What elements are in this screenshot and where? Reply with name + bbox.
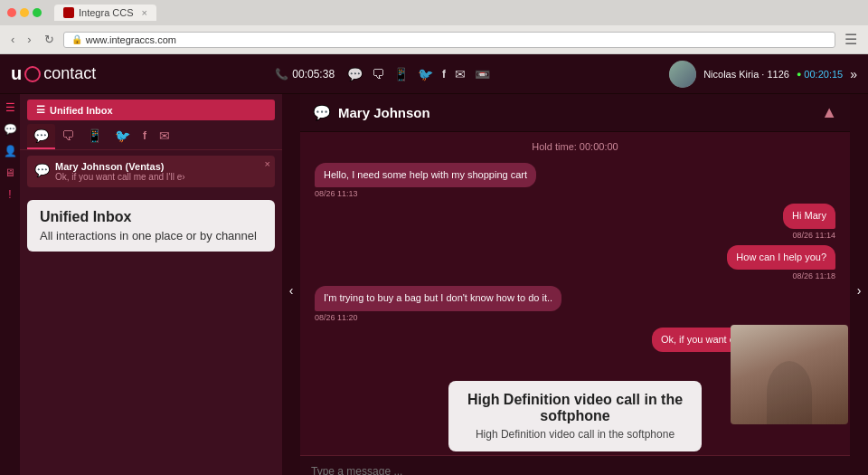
refresh-button[interactable]: ↻ [41,31,58,48]
topnav-channel-icons: 💬 🗨 📱 🐦 f ✉ 📼 [347,67,490,81]
voicemail-nav-icon[interactable]: 📼 [475,67,490,81]
alert-rail-icon[interactable]: ! [8,188,11,201]
message-row: Hello, I need some help with my shopping… [315,163,835,198]
nav-right-arrow[interactable]: › [850,94,868,475]
logo-contact: contact [43,64,96,83]
tooltip-subtitle: All interactions in one place or by chan… [40,229,262,242]
topnav-center: 📞 00:05:38 💬 🗨 📱 🐦 f ✉ 📼 [275,67,490,81]
chat-header-name: Mary Johnson [338,105,821,120]
email-nav-icon[interactable]: ✉ [455,67,466,81]
back-button[interactable]: ‹ [7,31,18,48]
unified-inbox-tab[interactable]: ☰ Unified Inbox [27,100,275,120]
tooltip-title: Unified Inbox [40,209,262,225]
inbox-tab-icon: ☰ [36,104,45,116]
message-input[interactable] [311,461,839,475]
sms-nav-icon[interactable]: 🗨 [372,67,384,81]
chat-nav-icon[interactable]: 💬 [347,67,363,81]
video-preview [731,325,848,424]
phone-time-value: 00:05:38 [292,68,335,81]
channel-tabs: 💬 🗨 📱 🐦 f ✉ [20,124,282,150]
chat-header-icon: 💬 [313,104,331,121]
clock-time-value: 00:20:15 [804,69,843,80]
facebook-nav-icon[interactable]: f [442,68,446,81]
tab-close-button[interactable]: × [142,7,147,18]
contact-preview: Ok, if you want call me and I'll e› [55,172,236,182]
logo-u: u [11,63,22,84]
message-row: Hi Mary 08/26 11:14 [315,204,835,239]
username-label: Nicolas Kiria · 1126 [703,69,789,80]
message-time: 08/26 11:13 [315,189,358,198]
tab-facebook[interactable]: f [137,125,153,148]
tab-email[interactable]: ✉ [153,124,176,149]
message-time: 08/26 11:20 [315,313,358,322]
logo-circle [24,66,41,82]
lock-icon: 🔒 [71,34,82,44]
close-window-button[interactable] [7,8,16,17]
maximize-window-button[interactable] [33,8,42,17]
message-bubble: How can I help you? [727,245,835,270]
left-icon-rail: ☰ 💬 👤 🖥 ! [0,94,20,475]
chat-rail-icon[interactable]: 💬 [4,123,17,136]
chat-collapse-button[interactable]: ▲ [821,103,837,122]
message-row: How can I help you? 08/26 11:18 [315,245,835,280]
app: u contact 📞 00:05:38 💬 🗨 📱 🐦 f ✉ 📼 [0,54,868,475]
avatar [669,61,696,88]
minimize-window-button[interactable] [20,8,29,17]
browser-chrome: Integra CCS × ‹ › ↻ 🔒 www.integraccs.com… [0,0,868,54]
top-navigation: u contact 📞 00:05:38 💬 🗨 📱 🐦 f ✉ 📼 [0,54,868,94]
session-time: ● 00:20:15 [797,69,843,80]
chat-header: 💬 Mary Johnson ▲ [300,94,850,132]
topnav-right: Nicolas Kiria · 1126 ● 00:20:15 » [669,61,857,88]
expand-button[interactable]: » [850,67,857,81]
twitter-nav-icon[interactable]: 🐦 [418,67,433,81]
tab-mobile[interactable]: 📱 [80,124,108,149]
browser-tab[interactable]: Integra CCS × [54,5,156,21]
monitor-rail-icon[interactable]: 🖥 [5,166,15,179]
tab-favicon [63,7,74,18]
message-bubble: Hi Mary [783,204,835,228]
mobile-nav-icon[interactable]: 📱 [393,67,409,81]
message-time: 08/26 11:18 [792,271,835,280]
phone-icon: 📞 [275,68,288,81]
message-bubble: Hello, I need some help with my shopping… [315,163,536,187]
browser-menu-button[interactable]: ☰ [841,29,861,50]
contact-card[interactable]: 💬 Mary Johnson (Ventas) Ok, if you want … [27,156,275,187]
address-bar[interactable]: 🔒 www.integraccs.com [63,32,835,48]
chat-area: 💬 Mary Johnson ▲ Hold time: 00:00:00 Hel… [300,94,850,475]
main-layout: ☰ 💬 👤 🖥 ! ☰ Unified Inbox 💬 🗨 📱 🐦 f ✉ 💬 [0,94,868,475]
contact-chat-icon: 💬 [34,163,50,177]
contact-info: Mary Johnson (Ventas) Ok, if you want ca… [55,161,268,182]
traffic-lights [7,8,42,17]
channel-sidebar: ☰ Unified Inbox 💬 🗨 📱 🐦 f ✉ 💬 Mary Johns… [20,94,282,475]
unified-inbox-tooltip: Unified Inbox All interactions in one pl… [27,200,275,252]
video-tooltip-subtitle: High Definition video call in the softph… [463,428,687,441]
url-text: www.integraccs.com [86,34,176,45]
phone-timer: 📞 00:05:38 [275,68,335,81]
chat-messages-wrapper: Hold time: 00:00:00 Hello, I need some h… [300,132,850,455]
logo: u contact [11,63,96,84]
contact-name: Mary Johnson (Ventas) [55,161,268,172]
tab-all[interactable]: 💬 [27,124,55,149]
inbox-tab-label: Unified Inbox [50,105,113,116]
contact-card-close-button[interactable]: × [265,158,270,169]
video-tooltip-title: High Definition video call in the softph… [463,392,687,424]
message-time: 08/26 11:14 [792,231,835,240]
hold-time: Hold time: 00:00:00 [315,141,835,152]
tab-chat[interactable]: 🗨 [55,124,80,149]
tab-label: Integra CCS [79,7,134,18]
browser-addressbar: ‹ › ↻ 🔒 www.integraccs.com ☰ [0,25,868,53]
chat-input-area [300,455,850,475]
browser-titlebar: Integra CCS × [0,0,868,25]
contacts-rail-icon[interactable]: 👤 [4,145,17,157]
message-bubble: I'm trying to buy a bag but I don't know… [315,286,561,310]
inbox-rail-icon[interactable]: ☰ [5,101,15,114]
tab-twitter[interactable]: 🐦 [108,124,137,149]
nav-left-arrow[interactable]: ‹ [282,94,300,475]
message-row: I'm trying to buy a bag but I don't know… [315,286,835,321]
video-call-tooltip: High Definition video call in the softph… [448,381,702,451]
forward-button[interactable]: › [24,31,34,48]
